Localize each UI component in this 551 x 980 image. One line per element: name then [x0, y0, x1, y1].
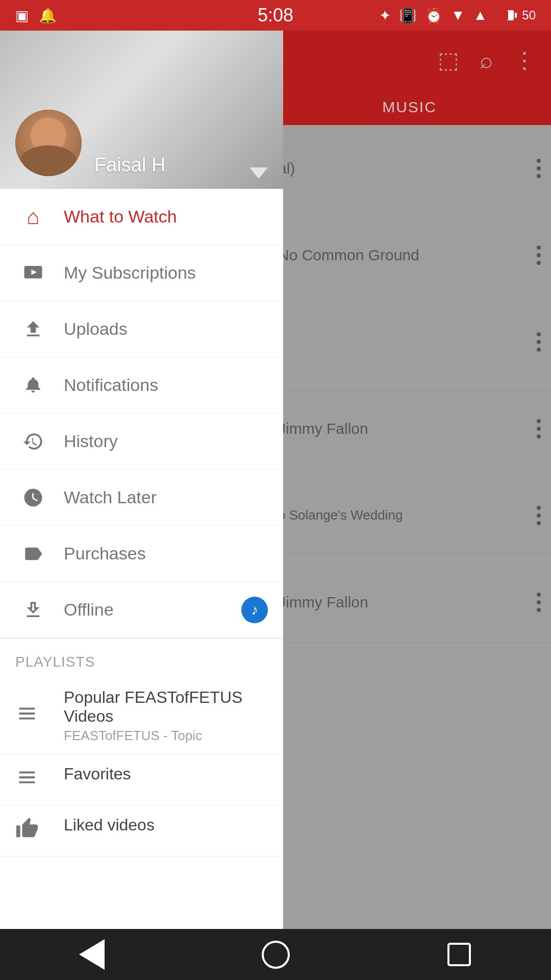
uploads-label: Uploads — [64, 319, 128, 339]
menu-item-notifications[interactable]: Notifications — [0, 357, 283, 413]
wifi-icon: ▼ — [451, 7, 465, 23]
watch-later-label: Watch Later — [64, 487, 157, 507]
music-tab[interactable]: MUSIC — [268, 89, 551, 125]
right-content-row-3 — [268, 299, 551, 385]
offline-label: Offline — [64, 600, 114, 620]
liked-videos-playlist-title: Liked videos — [64, 816, 268, 835]
navigation-bar — [0, 929, 551, 980]
playlist-item-liked-videos[interactable]: Liked videos — [0, 805, 283, 856]
purchases-icon — [15, 543, 51, 565]
history-label: History — [64, 431, 118, 451]
offline-badge: ♪ — [241, 597, 268, 623]
status-bar-right-icons: ✦ 📳 ⏰ ▼ ▲ 50 — [379, 7, 536, 24]
avatar-image — [15, 110, 82, 176]
home-icon: ⌂ — [15, 205, 51, 229]
what-to-watch-label: What to Watch — [64, 207, 177, 227]
offline-badge-icon: ♪ — [251, 602, 258, 618]
nav-back-icon — [79, 939, 105, 970]
nav-recent-icon — [447, 943, 471, 966]
more-options-dots-2[interactable] — [537, 246, 541, 265]
avatar — [15, 110, 82, 176]
menu-list: ⌂ What to Watch My Subscriptions Uploads — [0, 189, 283, 638]
my-subscriptions-label: My Subscriptions — [64, 263, 196, 283]
vibrate-icon: 📳 — [399, 7, 417, 24]
right-text-6: Jimmy Fallon — [278, 594, 368, 611]
search-icon[interactable]: ⌕ — [480, 47, 493, 73]
right-text-2: No Common Ground — [278, 247, 419, 264]
status-time: 5:08 — [258, 5, 293, 26]
purchases-label: Purchases — [64, 544, 146, 564]
right-content-row-2: No Common Ground — [268, 212, 551, 299]
menu-item-my-subscriptions[interactable]: My Subscriptions — [0, 245, 283, 301]
right-content-row-5: o Solange's Wedding — [268, 472, 551, 559]
right-panel-content: al) No Common Ground Jimmy Fallon o Sola… — [268, 125, 551, 646]
chevron-down-icon[interactable] — [249, 167, 268, 179]
menu-item-history[interactable]: History — [0, 413, 283, 470]
navigation-drawer: Faisal H ⌂ What to Watch My Subscription… — [0, 31, 283, 980]
favorites-playlist-title: Favorites — [64, 765, 268, 783]
right-content-row-1: al) — [268, 125, 551, 212]
music-tab-label: MUSIC — [382, 99, 437, 116]
status-bar: ▣ 🔔 5:08 ✦ 📳 ⏰ ▼ ▲ 50 — [0, 0, 551, 31]
playlist-item-popular[interactable]: Popular FEASTofFETUS Videos FEASTofFETUS… — [0, 678, 283, 754]
notifications-label: Notifications — [64, 375, 158, 395]
menu-item-watch-later[interactable]: Watch Later — [0, 470, 283, 526]
more-options-dots-4[interactable] — [537, 419, 541, 438]
more-options-dots-1[interactable] — [537, 159, 541, 178]
watch-later-icon — [15, 487, 51, 508]
notification-icon: 🔔 — [39, 7, 57, 24]
profile-header[interactable]: Faisal H — [0, 31, 283, 189]
history-icon — [15, 431, 51, 452]
photo-icon: ▣ — [15, 7, 29, 24]
upload-icon — [15, 318, 51, 340]
popular-playlist-title: Popular FEASTofFETUS Videos — [64, 688, 268, 726]
menu-item-offline[interactable]: Offline ♪ — [0, 582, 283, 638]
more-options-dots-6[interactable] — [537, 593, 541, 612]
signal-icon: ▲ — [473, 7, 488, 23]
alarm-icon: ⏰ — [425, 7, 443, 24]
right-content-row-6: Jimmy Fallon — [268, 559, 551, 646]
more-options-dots-5[interactable] — [537, 506, 541, 525]
status-bar-left-icons: ▣ 🔔 — [15, 7, 57, 24]
subscriptions-icon — [15, 262, 51, 284]
nav-home-icon — [262, 941, 290, 969]
bluetooth-icon: ✦ — [379, 7, 391, 24]
nav-recent-button[interactable] — [439, 934, 480, 975]
nav-home-button[interactable] — [255, 934, 296, 975]
cast-icon[interactable]: ⬚ — [438, 47, 459, 73]
playlists-section-header: PLAYLISTS — [0, 638, 283, 678]
more-options-icon[interactable]: ⋮ — [513, 47, 536, 73]
playlist-icon-favorites — [15, 766, 39, 794]
offline-icon — [15, 599, 51, 621]
youtube-header: ⬚ ⌕ ⋮ — [268, 31, 551, 89]
playlist-item-favorites[interactable]: Favorites — [0, 754, 283, 805]
right-text-5: o Solange's Wedding — [278, 507, 403, 523]
liked-videos-icon — [15, 817, 39, 845]
nav-back-button[interactable] — [71, 934, 112, 975]
battery-level: 50 — [522, 8, 536, 22]
menu-item-uploads[interactable]: Uploads — [0, 301, 283, 357]
profile-name: Faisal H — [94, 154, 165, 176]
right-text-4: Jimmy Fallon — [278, 420, 368, 437]
notifications-icon — [15, 375, 51, 396]
popular-playlist-subtitle: FEASTofFETUS - Topic — [64, 728, 268, 744]
playlist-icon-popular — [15, 702, 39, 730]
more-options-dots-3[interactable] — [537, 332, 541, 352]
battery-icon — [495, 10, 514, 20]
menu-item-purchases[interactable]: Purchases — [0, 526, 283, 582]
profile-info: Faisal H — [94, 154, 165, 176]
menu-item-what-to-watch[interactable]: ⌂ What to Watch — [0, 189, 283, 245]
right-content-row-4: Jimmy Fallon — [268, 385, 551, 472]
